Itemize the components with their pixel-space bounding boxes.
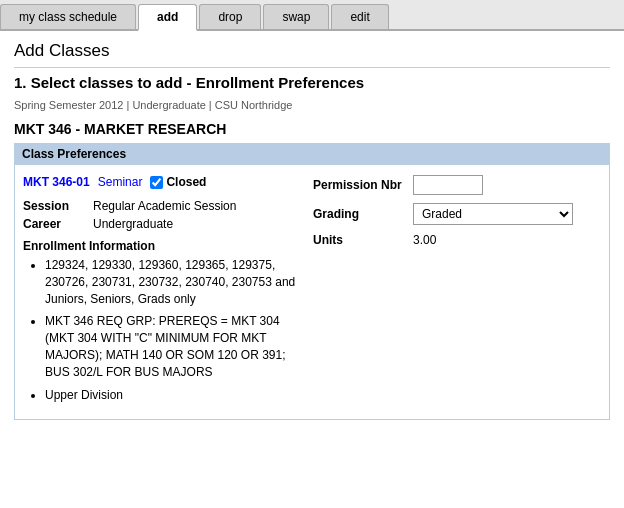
closed-wrapper: Closed bbox=[150, 175, 206, 189]
career-label: Career bbox=[23, 217, 93, 231]
course-title: MKT 346 - MARKET RESEARCH bbox=[14, 121, 610, 137]
permission-nbr-row: Permission Nbr bbox=[313, 175, 601, 195]
grading-row: Grading Graded Credit/No Credit Audit bbox=[313, 203, 601, 225]
enrollment-section: Enrollment Information 129324, 129330, 1… bbox=[23, 239, 303, 403]
page-content: Add Classes 1. Select classes to add - E… bbox=[0, 31, 624, 430]
session-label: Session bbox=[23, 199, 93, 213]
class-prefs-body: MKT 346-01 Seminar Closed Session Regula… bbox=[14, 165, 610, 420]
career-value: Undergraduate bbox=[93, 217, 173, 231]
closed-checkbox[interactable] bbox=[150, 176, 163, 189]
right-column: Permission Nbr Grading Graded Credit/No … bbox=[303, 175, 601, 255]
class-prefs-header: Class Preferences bbox=[14, 143, 610, 165]
tab-drop[interactable]: drop bbox=[199, 4, 261, 29]
career-row: Career Undergraduate bbox=[23, 217, 303, 231]
enrollment-title: Enrollment Information bbox=[23, 239, 303, 253]
left-column: MKT 346-01 Seminar Closed Session Regula… bbox=[23, 175, 303, 409]
enrollment-list: 129324, 129330, 129360, 129365, 129375, … bbox=[23, 257, 303, 403]
session-value: Regular Academic Session bbox=[93, 199, 236, 213]
step-heading: 1. Select classes to add - Enrollment Pr… bbox=[14, 74, 610, 91]
tab-edit[interactable]: edit bbox=[331, 4, 388, 29]
list-item: MKT 346 REQ GRP: PREREQS = MKT 304 (MKT … bbox=[45, 313, 303, 380]
tab-my-class-schedule[interactable]: my class schedule bbox=[0, 4, 136, 29]
session-row: Session Regular Academic Session bbox=[23, 199, 303, 213]
closed-label: Closed bbox=[166, 175, 206, 189]
class-prefs-row-top: MKT 346-01 Seminar Closed Session Regula… bbox=[23, 175, 601, 409]
units-value: 3.00 bbox=[413, 233, 436, 247]
tab-add[interactable]: add bbox=[138, 4, 197, 31]
units-row: Units 3.00 bbox=[313, 233, 601, 247]
list-item: Upper Division bbox=[45, 387, 303, 404]
list-item: 129324, 129330, 129360, 129365, 129375, … bbox=[45, 257, 303, 307]
section-info-row: MKT 346-01 Seminar Closed bbox=[23, 175, 303, 189]
units-label: Units bbox=[313, 233, 413, 247]
permission-nbr-input[interactable] bbox=[413, 175, 483, 195]
tab-bar: my class schedule add drop swap edit bbox=[0, 0, 624, 31]
permission-nbr-label: Permission Nbr bbox=[313, 178, 413, 192]
grading-select[interactable]: Graded Credit/No Credit Audit bbox=[413, 203, 573, 225]
tab-swap[interactable]: swap bbox=[263, 4, 329, 29]
semester-info: Spring Semester 2012 | Undergraduate | C… bbox=[14, 99, 610, 111]
grading-label: Grading bbox=[313, 207, 413, 221]
section-number: MKT 346-01 bbox=[23, 175, 90, 189]
section-type: Seminar bbox=[98, 175, 143, 189]
page-title: Add Classes bbox=[14, 41, 610, 68]
